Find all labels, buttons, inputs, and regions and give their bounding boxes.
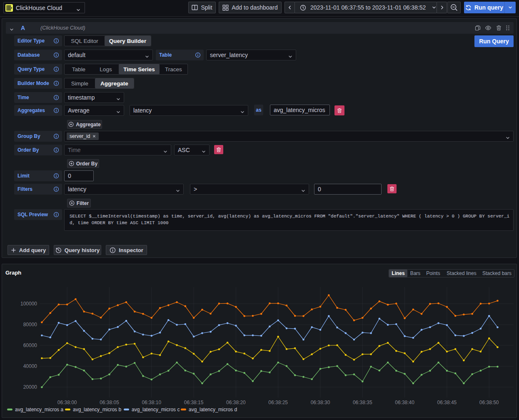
svg-text:100000: 100000 — [20, 301, 37, 307]
svg-text:avg_latency_micros d: avg_latency_micros d — [189, 407, 237, 412]
svg-text:06:38:00: 06:38:00 — [57, 400, 77, 405]
svg-text:avg_latency_micros b: avg_latency_micros b — [73, 407, 121, 412]
svg-text:06:38:40: 06:38:40 — [395, 400, 414, 405]
svg-text:06:38:45: 06:38:45 — [437, 400, 457, 405]
svg-text:06:38:25: 06:38:25 — [268, 400, 288, 405]
svg-text:60000: 60000 — [23, 342, 37, 348]
svg-text:06:38:10: 06:38:10 — [142, 400, 161, 405]
svg-text:06:38:50: 06:38:50 — [479, 400, 499, 405]
svg-text:80000: 80000 — [23, 322, 37, 328]
svg-text:06:38:20: 06:38:20 — [226, 400, 246, 405]
svg-text:06:38:30: 06:38:30 — [311, 400, 330, 405]
svg-text:06:38:05: 06:38:05 — [100, 400, 119, 405]
svg-text:06:38:15: 06:38:15 — [184, 400, 204, 405]
svg-text:06:38:35: 06:38:35 — [353, 400, 372, 405]
svg-text:avg_latency_micros a: avg_latency_micros a — [15, 407, 63, 412]
svg-text:40000: 40000 — [23, 363, 37, 369]
svg-text:20000: 20000 — [23, 384, 37, 390]
svg-text:avg_latency_micros c: avg_latency_micros c — [132, 407, 180, 412]
